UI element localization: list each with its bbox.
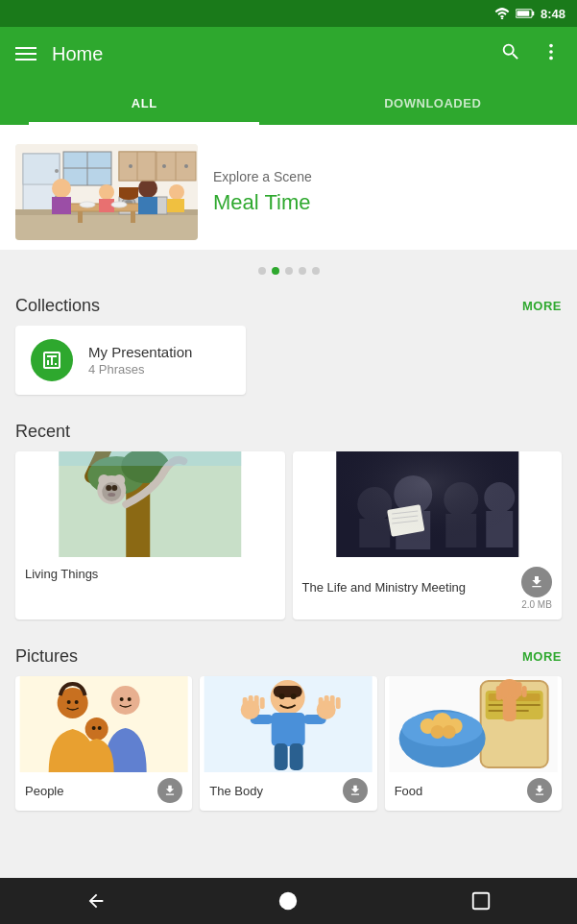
status-time: 8:48 [541, 7, 565, 21]
svg-rect-91 [249, 695, 253, 709]
tabs-bar: ALL DOWNLOADED [0, 81, 577, 125]
svg-point-115 [442, 725, 455, 739]
app-title: Home [52, 43, 485, 65]
picture-card-people[interactable]: People [15, 676, 192, 811]
dot-5[interactable] [312, 267, 320, 275]
recent-card-title-ministry: The Life and Ministry Meeting [302, 580, 467, 596]
svg-point-114 [430, 725, 444, 739]
pictures-grid: People [0, 676, 577, 822]
picture-card-body[interactable]: The Body [200, 676, 376, 811]
home-button[interactable] [277, 890, 299, 912]
status-icons: 8:48 [494, 7, 565, 21]
status-bar: 8:48 [0, 0, 577, 27]
menu-button[interactable] [15, 47, 36, 61]
collections-more-button[interactable]: MORE [522, 299, 562, 313]
svg-point-77 [67, 700, 71, 704]
recent-header: Recent [0, 406, 577, 451]
svg-point-54 [102, 482, 121, 501]
svg-rect-25 [78, 211, 83, 223]
recent-card-living-things[interactable]: Living Things [15, 451, 285, 620]
download-badge-ministry[interactable]: 2.0 MB [521, 567, 552, 610]
collection-info: My Presentation 4 Phrases [88, 344, 192, 377]
dot-1[interactable] [258, 267, 266, 275]
collection-count: 4 Phrases [88, 362, 192, 377]
svg-point-57 [108, 493, 115, 497]
dot-4[interactable] [299, 267, 306, 275]
svg-rect-26 [131, 211, 135, 223]
download-size: 2.0 MB [521, 599, 552, 610]
svg-rect-72 [336, 451, 518, 557]
svg-point-76 [85, 717, 108, 741]
svg-rect-23 [119, 187, 138, 197]
svg-point-35 [169, 184, 184, 200]
svg-point-10 [55, 169, 59, 173]
presentation-icon [40, 349, 63, 372]
svg-rect-58 [59, 451, 241, 466]
tab-all[interactable]: ALL [0, 81, 289, 125]
svg-rect-30 [138, 197, 157, 214]
svg-rect-98 [336, 697, 341, 709]
svg-rect-121 [516, 682, 521, 696]
svg-rect-122 [521, 686, 526, 697]
featured-image [15, 144, 198, 240]
svg-rect-9 [23, 154, 60, 184]
app-bar-actions [500, 41, 562, 67]
svg-rect-85 [274, 686, 302, 697]
download-button-people[interactable] [157, 778, 182, 803]
svg-rect-28 [52, 197, 71, 214]
svg-rect-95 [319, 697, 324, 709]
collections-header: Collections MORE [0, 280, 577, 326]
main-content: Explore a Scene Meal Time Collections MO… [0, 125, 577, 878]
svg-rect-3 [517, 11, 529, 16]
svg-rect-2 [532, 12, 534, 15]
living-things-image [15, 451, 285, 557]
svg-point-42 [129, 164, 132, 168]
svg-rect-97 [330, 695, 335, 709]
featured-title: Meal Time [213, 190, 562, 215]
svg-point-79 [120, 697, 124, 701]
svg-rect-36 [167, 199, 184, 212]
svg-point-34 [111, 202, 127, 207]
recent-card-ministry[interactable]: The Life and Ministry Meeting 2.0 MB [293, 451, 563, 620]
tab-downloaded[interactable]: DOWNLOADED [289, 81, 578, 125]
body-image [200, 676, 376, 772]
featured-banner[interactable]: Explore a Scene Meal Time [0, 125, 577, 250]
search-icon[interactable] [500, 41, 521, 67]
svg-point-81 [92, 726, 96, 730]
svg-rect-96 [325, 695, 329, 709]
recent-title: Recent [15, 422, 70, 442]
download-button-body[interactable] [343, 778, 368, 803]
collections-title: Collections [15, 296, 100, 316]
svg-point-75 [111, 686, 140, 715]
svg-point-5 [549, 50, 553, 54]
dot-3[interactable] [285, 267, 293, 275]
svg-point-31 [99, 184, 114, 200]
svg-point-123 [279, 892, 297, 910]
svg-point-6 [549, 56, 553, 60]
collections-area: My Presentation 4 Phrases [0, 326, 577, 406]
food-image [385, 676, 562, 772]
svg-point-82 [98, 726, 102, 730]
recent-grid: Living Things [0, 451, 577, 631]
recent-card-footer-ministry: The Life and Ministry Meeting 2.0 MB [293, 557, 563, 620]
featured-text: Explore a Scene Meal Time [213, 169, 562, 215]
ministry-image [293, 451, 563, 557]
picture-card-food[interactable]: Food [385, 676, 562, 811]
more-options-icon[interactable] [541, 41, 562, 67]
svg-rect-118 [495, 686, 501, 700]
back-button[interactable] [85, 890, 107, 912]
picture-card-title-food: Food [395, 784, 423, 798]
featured-subtitle: Explore a Scene [213, 169, 562, 184]
dot-2[interactable] [272, 267, 279, 275]
svg-point-0 [501, 18, 504, 19]
svg-rect-117 [502, 697, 516, 721]
bottom-nav [0, 878, 577, 924]
recents-button[interactable] [470, 890, 492, 912]
svg-rect-86 [272, 713, 305, 746]
svg-rect-93 [260, 697, 265, 709]
collection-card[interactable]: My Presentation 4 Phrases [15, 326, 246, 395]
download-button-food[interactable] [527, 778, 552, 803]
pictures-more-button[interactable]: MORE [522, 649, 562, 664]
carousel-dots [0, 257, 577, 280]
svg-rect-45 [47, 355, 57, 357]
